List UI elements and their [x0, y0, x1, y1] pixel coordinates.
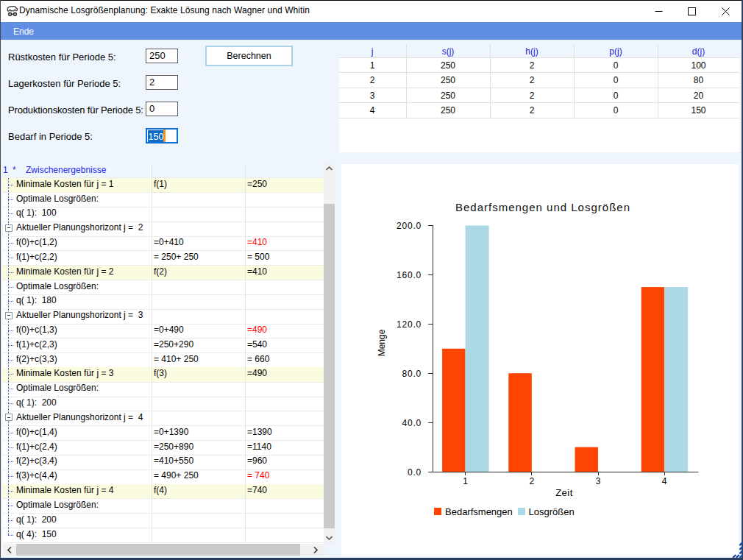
svg-text:Menge: Menge: [377, 329, 387, 356]
svg-text:2: 2: [529, 476, 534, 486]
svg-text:160.0: 160.0: [397, 270, 422, 280]
svg-text:120.0: 120.0: [397, 319, 422, 330]
svg-text:Losgrößen: Losgrößen: [529, 506, 575, 517]
svg-text:3: 3: [596, 476, 601, 486]
svg-text:200.0: 200.0: [397, 221, 422, 231]
svg-text:1: 1: [463, 476, 468, 486]
svg-text:Bedarfsmengen: Bedarfsmengen: [445, 506, 513, 517]
svg-text:80.0: 80.0: [402, 369, 422, 379]
svg-text:4: 4: [662, 476, 667, 486]
svg-text:Zeit: Zeit: [555, 487, 573, 498]
svg-text:40.0: 40.0: [402, 418, 422, 428]
svg-text:0.0: 0.0: [408, 467, 422, 478]
